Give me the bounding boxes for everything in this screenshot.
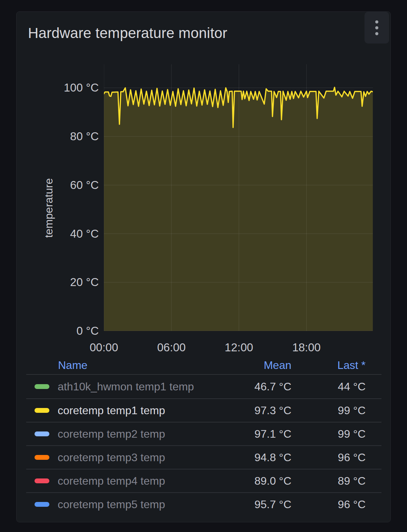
series-last-value: 99 °C bbox=[291, 428, 366, 440]
series-color-swatch[interactable] bbox=[35, 478, 49, 483]
series-name[interactable]: coretemp temp1 temp bbox=[58, 404, 229, 417]
legend-rows-container: ath10k_hwmon temp1 temp46.7 °C44 °Ccoret… bbox=[26, 375, 381, 516]
y-tick-label: 40 °C bbox=[70, 227, 99, 240]
panel-menu-button[interactable] bbox=[365, 12, 389, 44]
panel-hardware-temperature-monitor: Hardware temperature monitor temperature… bbox=[16, 11, 391, 522]
series-last-value: 89 °C bbox=[291, 475, 366, 487]
series-mean-value: 97.1 °C bbox=[229, 428, 291, 440]
series-color-swatch[interactable] bbox=[35, 455, 49, 460]
series-area-fill bbox=[104, 87, 373, 331]
legend-row[interactable]: ath10k_hwmon temp1 temp46.7 °C44 °C bbox=[26, 375, 381, 398]
legend-row[interactable]: coretemp temp3 temp94.8 °C96 °C bbox=[26, 445, 381, 469]
legend-row[interactable]: coretemp temp2 temp97.1 °C99 °C bbox=[26, 422, 381, 445]
time-series-plot-area[interactable] bbox=[104, 64, 373, 331]
series-mean-value: 97.3 °C bbox=[229, 404, 291, 417]
legend-header-last[interactable]: Last * bbox=[291, 359, 366, 372]
series-mean-value: 94.8 °C bbox=[229, 451, 291, 464]
legend-header-row: Name Mean Last * bbox=[26, 356, 381, 375]
series-last-value: 44 °C bbox=[291, 380, 366, 393]
x-tick-label: 00:00 bbox=[90, 341, 118, 354]
x-tick-label: 12:00 bbox=[225, 341, 253, 354]
series-name[interactable]: coretemp temp3 temp bbox=[58, 451, 229, 464]
series-mean-value: 46.7 °C bbox=[229, 380, 291, 393]
series-name[interactable]: ath10k_hwmon temp1 temp bbox=[58, 380, 229, 393]
y-tick-label: 100 °C bbox=[64, 81, 99, 94]
series-color-swatch[interactable] bbox=[35, 502, 49, 507]
x-tick-label: 06:00 bbox=[157, 341, 186, 354]
y-tick-label: 0 °C bbox=[76, 324, 99, 338]
legend-table: Name Mean Last * ath10k_hwmon temp1 temp… bbox=[26, 356, 381, 516]
x-tick-label: 18:00 bbox=[292, 341, 321, 354]
legend-row[interactable]: coretemp temp1 temp97.3 °C99 °C bbox=[26, 398, 381, 422]
series-name[interactable]: coretemp temp2 temp bbox=[58, 428, 229, 440]
y-tick-label: 80 °C bbox=[70, 130, 99, 143]
series-name[interactable]: coretemp temp4 temp bbox=[58, 475, 229, 487]
series-name[interactable]: coretemp temp5 temp bbox=[58, 498, 229, 511]
y-tick-label: 20 °C bbox=[70, 276, 99, 289]
series-color-swatch[interactable] bbox=[35, 408, 49, 413]
series-last-value: 96 °C bbox=[291, 498, 366, 511]
series-color-swatch[interactable] bbox=[35, 431, 49, 436]
series-mean-value: 95.7 °C bbox=[229, 498, 291, 511]
series-color-swatch[interactable] bbox=[35, 384, 49, 389]
legend-header-name[interactable]: Name bbox=[58, 359, 229, 372]
legend-header-mean[interactable]: Mean bbox=[229, 359, 291, 372]
legend-row[interactable]: coretemp temp4 temp89.0 °C89 °C bbox=[26, 469, 381, 492]
x-axis-tick-labels: 00:0006:0012:0018:00 bbox=[104, 341, 373, 355]
legend-row[interactable]: coretemp temp5 temp95.7 °C96 °C bbox=[26, 492, 381, 516]
series-last-value: 96 °C bbox=[291, 451, 366, 464]
y-tick-label: 60 °C bbox=[70, 179, 99, 192]
series-mean-value: 89.0 °C bbox=[229, 475, 291, 487]
kebab-menu-icon bbox=[375, 20, 378, 35]
series-last-value: 99 °C bbox=[291, 404, 366, 417]
